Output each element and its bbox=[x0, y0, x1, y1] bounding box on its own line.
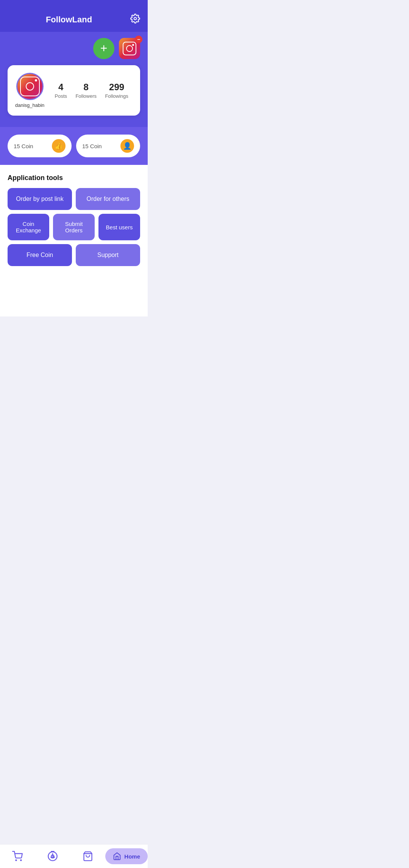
stat-posts: 4 Posts bbox=[55, 82, 67, 99]
stat-followings: 299 Followings bbox=[105, 82, 128, 99]
stat-followers: 8 Followers bbox=[75, 82, 97, 99]
followers-label: Followers bbox=[75, 93, 97, 99]
account-buttons-row: − bbox=[8, 38, 140, 59]
best-users-button[interactable]: Best users bbox=[98, 214, 140, 240]
posts-count: 4 bbox=[55, 82, 67, 92]
profile-card: danisg_habin 4 Posts 8 Followers 299 Fol… bbox=[8, 65, 140, 116]
tools-row-3: Free Coin Support bbox=[8, 244, 140, 266]
submit-orders-button[interactable]: Submit Orders bbox=[53, 214, 95, 240]
coin-section: 15 Coin 👍 15 Coin 👤 bbox=[0, 127, 148, 165]
support-button[interactable]: Support bbox=[76, 244, 140, 266]
instagram-icon bbox=[123, 42, 136, 55]
order-post-link-button[interactable]: Order by post link bbox=[8, 188, 72, 210]
tools-row-1: Order by post link Order for others bbox=[8, 188, 140, 210]
profile-username: danisg_habin bbox=[15, 102, 44, 108]
order-others-button[interactable]: Order for others bbox=[76, 188, 140, 210]
posts-label: Posts bbox=[55, 93, 67, 99]
likes-coin-button[interactable]: 15 Coin 👍 bbox=[8, 135, 72, 157]
followings-label: Followings bbox=[105, 93, 128, 99]
likes-coin-label: 15 Coin bbox=[14, 143, 33, 149]
tools-grid: Order by post link Order for others Coin… bbox=[8, 188, 140, 266]
coin-exchange-button[interactable]: Coin Exchange bbox=[8, 214, 49, 240]
main-content: Application tools Order by post link Ord… bbox=[0, 165, 148, 316]
followers-coin-label: 15 Coin bbox=[82, 143, 102, 149]
followers-count: 8 bbox=[75, 82, 97, 92]
settings-icon[interactable] bbox=[130, 14, 140, 26]
profile-avatar bbox=[16, 73, 44, 100]
app-title: FollowLand bbox=[46, 15, 92, 25]
followings-count: 299 bbox=[105, 82, 128, 92]
app-header: FollowLand bbox=[0, 0, 148, 32]
instagram-account-button[interactable]: − bbox=[119, 38, 140, 59]
profile-stats: 4 Posts 8 Followers 299 Followings bbox=[50, 82, 133, 99]
likes-coin-icon: 👍 bbox=[52, 139, 66, 153]
add-account-button[interactable] bbox=[93, 38, 114, 59]
purple-section: − danisg_habin 4 Posts 8 Followers 299 F… bbox=[0, 32, 148, 127]
profile-avatar-wrap: danisg_habin bbox=[15, 73, 44, 108]
profile-avatar-inner bbox=[20, 77, 40, 96]
tools-row-2: Coin Exchange Submit Orders Best users bbox=[8, 214, 140, 240]
svg-point-0 bbox=[134, 17, 137, 20]
followers-coin-button[interactable]: 15 Coin 👤 bbox=[76, 135, 140, 157]
remove-account-badge: − bbox=[135, 36, 142, 43]
followers-coin-icon: 👤 bbox=[120, 139, 134, 153]
free-coin-button[interactable]: Free Coin bbox=[8, 244, 72, 266]
tools-section-title: Application tools bbox=[8, 174, 140, 182]
